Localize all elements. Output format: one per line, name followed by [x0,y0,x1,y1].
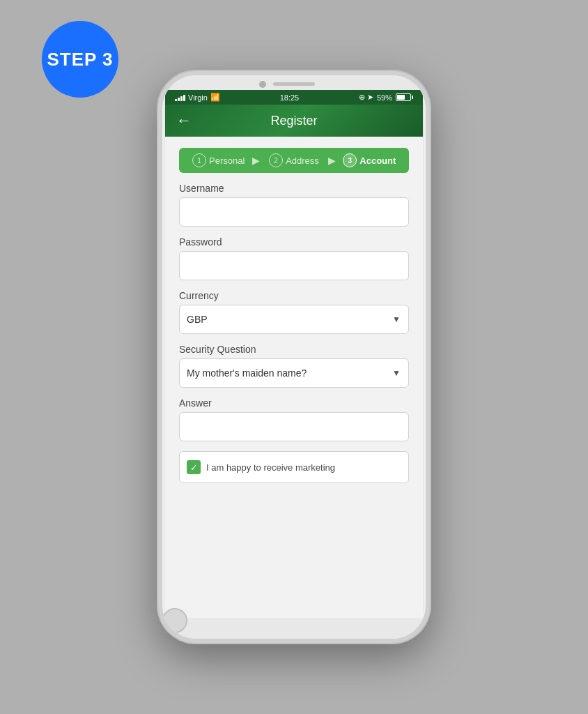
password-input[interactable] [179,251,409,280]
battery-body [396,93,411,101]
signal-bar-2 [178,98,180,101]
security-question-group: Security Question My mother's maiden nam… [179,344,409,388]
phone-bottom [162,618,426,639]
signal-bar-3 [180,96,183,101]
step-label-personal: Personal [209,155,245,166]
step-arrow-2: ▶ [328,155,336,166]
phone-shell: Virgin 📶 18:25 ⊕ ➤ 59% ← Register [158,71,430,643]
username-group: Username [179,183,409,227]
step-indicator: 1 Personal ▶ 2 Address ▶ 3 Account [179,148,409,173]
signal-bar-4 [183,95,185,101]
step-number-1: 1 [197,157,201,165]
wifi-icon: 📶 [210,93,220,102]
step-item-address[interactable]: 2 Address [263,153,325,167]
username-input[interactable] [179,197,409,227]
time-display: 18:25 [280,93,300,102]
answer-input[interactable] [179,412,409,441]
location-icon: ⊕ ➤ [359,93,373,102]
battery-fill [397,95,405,100]
marketing-label: I am happy to receive marketing [206,462,335,473]
marketing-checkbox[interactable]: ✓ [187,460,201,474]
battery-icon [396,93,413,101]
phone-top [162,75,426,90]
username-label: Username [179,183,409,194]
step-number-2: 2 [274,157,278,165]
step-circle-1: 1 [192,153,206,167]
security-question-select[interactable]: My mother's maiden name? Name of first p… [179,358,409,388]
step-arrow-1: ▶ [252,155,260,166]
signal-bar-1 [175,99,177,101]
status-right: ⊕ ➤ 59% [359,93,413,102]
currency-select-wrapper: GBP USD EUR ▼ [179,305,409,334]
step-item-personal[interactable]: 1 Personal [187,153,249,167]
checkmark-icon: ✓ [190,462,198,473]
currency-group: Currency GBP USD EUR ▼ [179,290,409,334]
carrier-label: Virgin [188,93,208,102]
step-number-3: 3 [348,157,353,165]
currency-select[interactable]: GBP USD EUR [179,305,409,334]
step-label-address: Address [286,155,319,166]
step-circle-3: 3 [343,153,357,167]
phone-camera [259,81,266,88]
security-question-select-wrapper: My mother's maiden name? Name of first p… [179,358,409,388]
nav-title: Register [199,114,389,128]
back-button[interactable]: ← [176,112,192,130]
step-badge-label: STEP 3 [47,49,113,70]
answer-group: Answer [179,397,409,441]
password-group: Password [179,236,409,280]
battery-percent: 59% [377,93,392,102]
phone-speaker [273,82,315,86]
battery-tip [412,96,413,99]
marketing-row[interactable]: ✓ I am happy to receive marketing [179,451,409,483]
nav-bar: ← Register [165,105,423,137]
step-circle-2: 2 [269,153,283,167]
security-question-label: Security Question [179,344,409,355]
content-area: 1 Personal ▶ 2 Address ▶ 3 Account [165,137,423,618]
step-badge: STEP 3 [42,21,118,98]
signal-bars [175,94,185,101]
home-button[interactable] [162,608,187,633]
status-left: Virgin 📶 [175,93,220,102]
password-label: Password [179,236,409,248]
status-bar: Virgin 📶 18:25 ⊕ ➤ 59% [165,90,423,105]
answer-label: Answer [179,397,409,409]
step-item-account[interactable]: 3 Account [339,153,401,167]
phone-screen: Virgin 📶 18:25 ⊕ ➤ 59% ← Register [165,90,423,618]
currency-label: Currency [179,290,409,301]
step-label-account: Account [359,155,396,166]
